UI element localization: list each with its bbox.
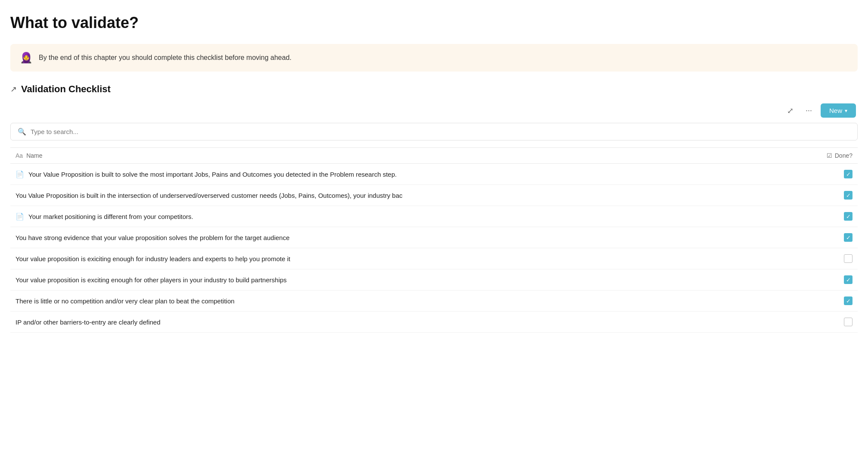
- page-title: What to validate?: [10, 14, 858, 32]
- more-icon: ···: [806, 106, 812, 115]
- table-row: 📄Your market positioning is different fr…: [10, 206, 858, 227]
- new-button-chevron-icon: ▾: [845, 108, 847, 114]
- done-cell: [815, 312, 858, 333]
- col-name-label: Name: [26, 152, 42, 159]
- banner-text: By the end of this chapter you should co…: [39, 54, 291, 62]
- checkbox-checked[interactable]: ✓: [844, 296, 852, 305]
- table-body: 📄Your Value Proposition is built to solv…: [10, 164, 858, 333]
- done-cell: ✓: [815, 290, 858, 312]
- done-cell: ✓: [815, 206, 858, 227]
- section-title: Validation Checklist: [21, 84, 111, 95]
- row-text: There is little or no competition and/or…: [16, 297, 235, 305]
- table-row: IP and/or other barriers-to-entry are cl…: [10, 312, 858, 333]
- expand-button[interactable]: ⤢: [784, 104, 797, 117]
- table-row: Your value proposition is exciting enoug…: [10, 269, 858, 290]
- table-row: There is little or no competition and/or…: [10, 290, 858, 312]
- done-cell: ✓: [815, 269, 858, 290]
- checkbox-checked[interactable]: ✓: [844, 275, 852, 284]
- done-cell: ✓: [815, 227, 858, 248]
- checkbox-checked[interactable]: ✓: [844, 170, 852, 178]
- row-text: Your Value Proposition is built to solve…: [28, 171, 397, 178]
- toolbar: ⤢ ··· New ▾: [10, 103, 858, 118]
- checklist-table: Aa Name ☑ Done? 📄Your Value Proposition …: [10, 147, 858, 333]
- done-cell: [815, 248, 858, 269]
- table-row: 📄Your Value Proposition is built to solv…: [10, 164, 858, 185]
- col-done-check-icon: ☑: [827, 152, 832, 159]
- expand-icon: ⤢: [787, 106, 794, 115]
- page-container: What to validate? 🧕 By the end of this c…: [0, 0, 868, 343]
- done-cell: ✓: [815, 185, 858, 206]
- row-text: You have strong evidence that your value…: [16, 234, 290, 241]
- col-name-header: Aa Name: [10, 148, 815, 164]
- banner-emoji: 🧕: [20, 52, 33, 64]
- col-name-type-icon: Aa: [16, 152, 23, 159]
- new-button-label: New: [829, 107, 842, 114]
- row-text: Your value proposition is exiciting enou…: [16, 255, 290, 262]
- checkbox-unchecked[interactable]: [844, 318, 852, 326]
- new-button[interactable]: New ▾: [821, 103, 856, 118]
- done-cell: ✓: [815, 164, 858, 185]
- row-text: Your market positioning is different fro…: [28, 213, 193, 220]
- table-row: You Value Proposition is built in the in…: [10, 185, 858, 206]
- more-options-button[interactable]: ···: [802, 104, 815, 117]
- row-doc-icon: 📄: [16, 212, 24, 221]
- checkbox-checked[interactable]: ✓: [844, 233, 852, 242]
- row-doc-icon: 📄: [16, 170, 24, 178]
- checkbox-checked[interactable]: ✓: [844, 212, 852, 221]
- row-text: IP and/or other barriers-to-entry are cl…: [16, 318, 161, 326]
- row-text: You Value Proposition is built in the in…: [16, 192, 403, 199]
- col-done-label: Done?: [835, 152, 852, 159]
- section-arrow-icon: ↗: [10, 84, 17, 94]
- checkbox-unchecked[interactable]: [844, 254, 852, 263]
- row-text: Your value proposition is exciting enoug…: [16, 276, 287, 284]
- table-header: Aa Name ☑ Done?: [10, 148, 858, 164]
- section-header: ↗ Validation Checklist: [10, 84, 858, 95]
- info-banner: 🧕 By the end of this chapter you should …: [10, 44, 858, 72]
- col-done-header: ☑ Done?: [815, 148, 858, 164]
- search-bar: 🔍: [10, 123, 858, 140]
- search-input[interactable]: [31, 128, 850, 135]
- table-row: You have strong evidence that your value…: [10, 227, 858, 248]
- table-row: Your value proposition is exiciting enou…: [10, 248, 858, 269]
- search-icon: 🔍: [18, 128, 26, 136]
- checkbox-checked[interactable]: ✓: [844, 191, 852, 200]
